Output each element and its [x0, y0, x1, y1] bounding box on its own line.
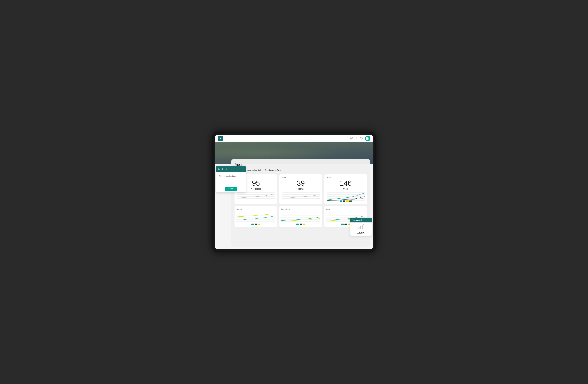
users-name: Users — [327, 188, 365, 190]
average-visit-header: Average visit — [350, 218, 372, 223]
apps-button[interactable] — [365, 136, 370, 141]
guides-label: Guides — [236, 208, 275, 210]
average-visit-body: 00:25:43 — [350, 223, 372, 236]
average-visit-panel: Average visit 00:25:43 — [350, 218, 372, 236]
guides-card: Guides — [234, 206, 277, 227]
teams-label: Teams — [282, 177, 320, 179]
instructions-legend — [281, 224, 320, 225]
teams-name: Teams — [282, 188, 320, 190]
feedback-header: Feedback — [216, 166, 246, 172]
info-icon[interactable] — [350, 137, 353, 140]
app-logo[interactable]: S. — [218, 136, 223, 141]
chart-icon — [352, 224, 370, 231]
user-icon[interactable] — [355, 137, 358, 140]
teams-number: 39 — [282, 180, 320, 187]
tablet-screen: S. — [215, 135, 373, 249]
header: S. — [215, 135, 373, 142]
svg-point-3 — [356, 137, 357, 138]
feedback-submit-button[interactable]: Submit — [225, 187, 237, 191]
globe-icon[interactable] — [360, 137, 363, 140]
apps-dots-grid — [366, 137, 369, 140]
daterange-filter[interactable]: DateRange 30 Days — [265, 169, 281, 171]
svg-rect-36 — [362, 225, 363, 229]
stats-grid: Workspaces 95 Workspaces — [234, 174, 367, 204]
aggregation-filter[interactable]: Aggregation Daily — [247, 169, 262, 171]
page-title: Adoption — [234, 162, 367, 167]
instructions-card: Instructions — [279, 206, 322, 227]
feedback-textarea[interactable] — [218, 174, 244, 185]
users-number: 146 — [327, 180, 365, 187]
teams-chart — [282, 191, 320, 199]
instructions-label: Instructions — [281, 208, 320, 210]
users-card: Users 146 Users — [324, 174, 367, 204]
feedback-panel: Feedback Submit — [216, 166, 246, 192]
main-panel: Adoption Filters (2) Aggregation Daily D… — [231, 159, 370, 247]
filters-row: Filters (2) Aggregation Daily DateRange … — [234, 169, 367, 171]
users-label: Users — [327, 177, 365, 179]
average-visit-time: 00:25:43 — [352, 232, 370, 234]
guides-legend — [236, 224, 275, 225]
users-chart — [327, 191, 365, 199]
feedback-body: Submit — [216, 172, 246, 192]
teams-card: Teams 39 Teams — [279, 174, 322, 204]
tablet-frame: S. — [212, 132, 376, 252]
steps-label: Steps — [326, 208, 365, 210]
header-icons — [350, 136, 370, 141]
bottom-grid: Guides — [234, 206, 367, 227]
